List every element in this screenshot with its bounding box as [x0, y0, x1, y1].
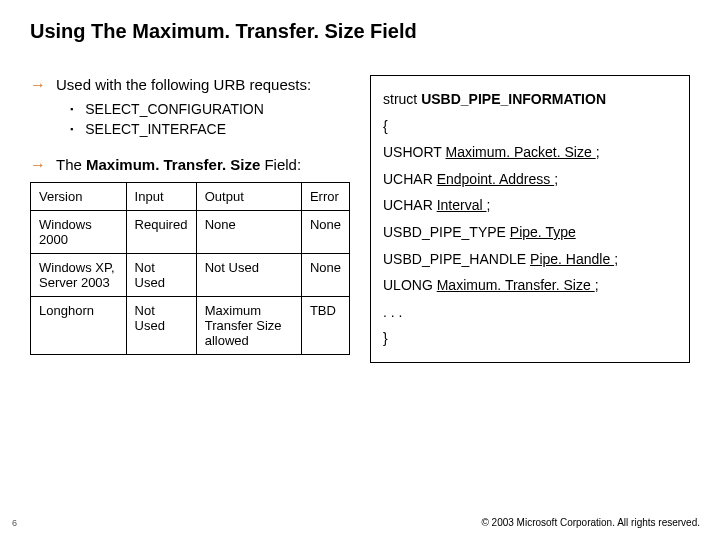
- struct-definition: struct USBD_PIPE_INFORMATION { USHORT Ma…: [370, 75, 690, 363]
- text-fragment: The: [56, 156, 86, 173]
- slide-number: 6: [12, 518, 17, 528]
- content-columns: → Used with the following URB requests: …: [30, 75, 690, 363]
- right-column: struct USBD_PIPE_INFORMATION { USHORT Ma…: [370, 75, 690, 363]
- bullet-text: The Maximum. Transfer. Size Field:: [56, 155, 301, 175]
- arrow-icon: →: [30, 155, 46, 175]
- table-cell: Longhorn: [31, 297, 127, 355]
- bullet-field-table: → The Maximum. Transfer. Size Field:: [30, 155, 350, 175]
- sub-bullet-text: SELECT_CONFIGURATION: [85, 101, 264, 117]
- slide-title: Using The Maximum. Transfer. Size Field: [30, 20, 690, 43]
- code-text: USHORT: [383, 144, 446, 160]
- code-text: struct: [383, 91, 421, 107]
- table-cell: Not Used: [196, 254, 301, 297]
- table-cell: Not Used: [126, 297, 196, 355]
- code-text: ;: [554, 171, 558, 187]
- table-header-row: Version Input Output Error: [31, 183, 350, 211]
- sub-bullet-text: SELECT_INTERFACE: [85, 121, 226, 137]
- code-line: . . .: [383, 299, 677, 326]
- table-cell: None: [301, 211, 349, 254]
- table-cell: Required: [126, 211, 196, 254]
- code-text: ;: [595, 277, 599, 293]
- code-line: struct USBD_PIPE_INFORMATION: [383, 86, 677, 113]
- code-text: UCHAR: [383, 197, 437, 213]
- square-icon: ▪: [70, 121, 73, 137]
- table-row: Longhorn Not Used Maximum Transfer Size …: [31, 297, 350, 355]
- table-header: Version: [31, 183, 127, 211]
- sub-bullet-list: ▪ SELECT_CONFIGURATION ▪ SELECT_INTERFAC…: [70, 101, 350, 137]
- code-text: USBD_PIPE_TYPE: [383, 224, 510, 240]
- code-line: USBD_PIPE_HANDLE Pipe. Handle ;: [383, 246, 677, 273]
- table-header: Input: [126, 183, 196, 211]
- code-text-underline: Interval: [437, 197, 487, 213]
- table-cell: TBD: [301, 297, 349, 355]
- table-row: Windows XP, Server 2003 Not Used Not Use…: [31, 254, 350, 297]
- code-text: ;: [596, 144, 600, 160]
- code-text-underline: Maximum. Transfer. Size: [437, 277, 595, 293]
- copyright: © 2003 Microsoft Corporation. All rights…: [481, 517, 700, 528]
- code-line: ULONG Maximum. Transfer. Size ;: [383, 272, 677, 299]
- table-header: Output: [196, 183, 301, 211]
- code-text: ULONG: [383, 277, 437, 293]
- code-text-underline: Pipe. Type: [510, 224, 576, 240]
- table-header: Error: [301, 183, 349, 211]
- left-column: → Used with the following URB requests: …: [30, 75, 350, 363]
- code-line: USBD_PIPE_TYPE Pipe. Type: [383, 219, 677, 246]
- text-fragment-bold: Maximum. Transfer. Size: [86, 156, 260, 173]
- code-line: UCHAR Endpoint. Address ;: [383, 166, 677, 193]
- text-fragment: Field:: [260, 156, 301, 173]
- sub-bullet-select-configuration: ▪ SELECT_CONFIGURATION: [70, 101, 350, 117]
- code-text: ;: [486, 197, 490, 213]
- code-line: USHORT Maximum. Packet. Size ;: [383, 139, 677, 166]
- code-text: ;: [614, 251, 618, 267]
- arrow-icon: →: [30, 75, 46, 95]
- code-text-underline: Pipe. Handle: [530, 251, 614, 267]
- table-cell: Windows XP, Server 2003: [31, 254, 127, 297]
- table-cell: Not Used: [126, 254, 196, 297]
- table-row: Windows 2000 Required None None: [31, 211, 350, 254]
- code-text: USBD_PIPE_HANDLE: [383, 251, 530, 267]
- slide: Using The Maximum. Transfer. Size Field …: [0, 0, 720, 540]
- table-cell: None: [301, 254, 349, 297]
- code-line: UCHAR Interval ;: [383, 192, 677, 219]
- code-line: }: [383, 325, 677, 352]
- code-text: UCHAR: [383, 171, 437, 187]
- version-table: Version Input Output Error Windows 2000 …: [30, 182, 350, 355]
- table-cell: None: [196, 211, 301, 254]
- code-text-underline: Endpoint. Address: [437, 171, 555, 187]
- bullet-urb-requests: → Used with the following URB requests:: [30, 75, 350, 95]
- code-text-bold: USBD_PIPE_INFORMATION: [421, 91, 606, 107]
- code-text-underline: Maximum. Packet. Size: [446, 144, 596, 160]
- table-cell: Maximum Transfer Size allowed: [196, 297, 301, 355]
- code-line: {: [383, 113, 677, 140]
- sub-bullet-select-interface: ▪ SELECT_INTERFACE: [70, 121, 350, 137]
- bullet-text: Used with the following URB requests:: [56, 75, 311, 95]
- square-icon: ▪: [70, 101, 73, 117]
- table-cell: Windows 2000: [31, 211, 127, 254]
